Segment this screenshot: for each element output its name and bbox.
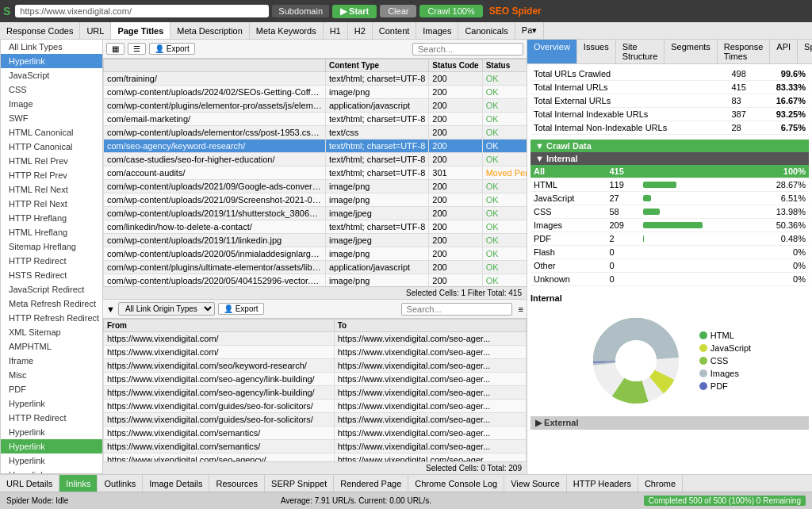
menu-pdf[interactable]: PDF bbox=[1, 382, 102, 396]
table-row[interactable]: https://www.vixendigital.com/seo/keyword… bbox=[104, 359, 527, 373]
start-button[interactable]: ▶ Start bbox=[332, 5, 377, 18]
tab-url-details[interactable]: URL Details bbox=[0, 475, 59, 492]
menu-hyperlink2[interactable]: Hyperlink bbox=[1, 396, 102, 411]
tab-rendered-page[interactable]: Rendered Page bbox=[334, 475, 408, 492]
table-row[interactable]: com/wp-content/plugins/elementor-pro/ass… bbox=[104, 99, 527, 113]
tab-api[interactable]: API bbox=[770, 40, 798, 63]
external-header[interactable]: ▶ External bbox=[530, 416, 809, 430]
table-row[interactable]: https://www.vixendigital.com/guides/seo-… bbox=[104, 413, 527, 427]
tab-pa[interactable]: Pa▾ bbox=[515, 22, 544, 39]
subdomain-button[interactable]: Subdomain bbox=[272, 5, 329, 17]
menu-hyperlink4[interactable]: Hyperlink bbox=[1, 439, 102, 454]
table-row[interactable]: com/seo-agency/keyword-research/ text/ht… bbox=[104, 140, 527, 153]
tab-inlinks[interactable]: Inlinks bbox=[59, 475, 98, 492]
table-row[interactable]: https://www.vixendigital.com/semantics/ … bbox=[104, 427, 527, 440]
menu-amphtml[interactable]: AMPHTML bbox=[1, 339, 102, 354]
tab-view-source[interactable]: View Source bbox=[504, 475, 567, 492]
tab-http-headers[interactable]: HTTP Headers bbox=[567, 475, 638, 492]
list-view-button[interactable]: ☰ bbox=[128, 43, 146, 55]
tab-serp-snippet[interactable]: SERP Snippet bbox=[265, 475, 334, 492]
table-row[interactable]: com/wp-content/uploads/2019/11/linkedin.… bbox=[104, 234, 527, 247]
clear-button[interactable]: Clear bbox=[380, 5, 416, 17]
menu-hsts-redirect[interactable]: HSTS Redirect bbox=[1, 268, 102, 282]
tab-spelling[interactable]: Spelli... bbox=[798, 40, 812, 63]
table-row[interactable]: com/wp-content/uploads/2024/02/SEOs-Gett… bbox=[104, 86, 527, 99]
table-row[interactable]: com/linkedin/how-to-delete-a-contact/ te… bbox=[104, 220, 527, 234]
menu-xml-sitemap[interactable]: XML Sitemap bbox=[1, 325, 102, 339]
table-row[interactable]: com/account-audits/ text/html; charset=U… bbox=[104, 166, 527, 180]
tab-image-details[interactable]: Image Details bbox=[143, 475, 209, 492]
menu-html-canonical[interactable]: HTML Canonical bbox=[1, 125, 102, 140]
table-row[interactable]: https://www.vixendigital.com/seo-agency/… bbox=[104, 454, 527, 462]
menu-meta-refresh-redirect[interactable]: Meta Refresh Redirect bbox=[1, 297, 102, 311]
tab-issues[interactable]: Issues bbox=[577, 40, 616, 63]
menu-http-rel-next[interactable]: HTTP Rel Next bbox=[1, 197, 102, 211]
tab-response-codes[interactable]: Response Codes bbox=[0, 22, 80, 39]
menu-html-rel-prev[interactable]: HTML Rel Prev bbox=[1, 154, 102, 168]
tab-url[interactable]: URL bbox=[80, 22, 111, 39]
menu-javascript-redirect[interactable]: JavaScript Redirect bbox=[1, 282, 102, 297]
tab-chrome-console-log[interactable]: Chrome Console Log bbox=[408, 475, 504, 492]
tab-response-times[interactable]: Response Times bbox=[718, 40, 771, 63]
grid-view-button[interactable]: ▦ bbox=[106, 43, 124, 55]
menu-http-hreflang[interactable]: HTTP Hreflang bbox=[1, 211, 102, 225]
tab-h2[interactable]: H2 bbox=[348, 22, 373, 39]
table-row[interactable]: https://www.vixendigital.com/guides/seo-… bbox=[104, 400, 527, 413]
menu-hyperlink3[interactable]: Hyperlink bbox=[1, 425, 102, 439]
table-row[interactable]: com/case-studies/seo-for-higher-educatio… bbox=[104, 153, 527, 166]
tab-images[interactable]: Images bbox=[416, 22, 458, 39]
table-row[interactable]: com/wp-content/uploads/2021/09/Google-ad… bbox=[104, 180, 527, 193]
tab-canonicals[interactable]: Canonicals bbox=[458, 22, 515, 39]
menu-http-refresh-redirect[interactable]: HTTP Refresh Redirect bbox=[1, 311, 102, 325]
tab-chrome[interactable]: Chrome bbox=[638, 475, 683, 492]
table-row[interactable]: https://www.vixendigital.com/seo-agency/… bbox=[104, 386, 527, 400]
url-bar[interactable]: https://www.vixendigital.com/ bbox=[15, 5, 269, 17]
menu-iframe[interactable]: Iframe bbox=[1, 354, 102, 368]
tab-outlinks[interactable]: Outlinks bbox=[98, 475, 143, 492]
table-row[interactable]: com/wp-content/uploads/2020/05/404152996… bbox=[104, 274, 527, 287]
menu-html-rel-next[interactable]: HTML Rel Next bbox=[1, 182, 102, 197]
menu-misc[interactable]: Misc bbox=[1, 368, 102, 382]
menu-image[interactable]: Image bbox=[1, 97, 102, 111]
top-search-input[interactable] bbox=[412, 43, 523, 55]
menu-http-canonical[interactable]: HTTP Canonical bbox=[1, 140, 102, 154]
menu-hyperlink6[interactable]: Hyperlink bbox=[1, 468, 102, 474]
tab-h1[interactable]: H1 bbox=[324, 22, 348, 39]
table-row[interactable]: com/wp-content/plugins/ultimate-elemento… bbox=[104, 261, 527, 274]
table-row[interactable]: https://www.vixendigital.com/ https://ww… bbox=[104, 346, 527, 359]
tab-content[interactable]: Content bbox=[373, 22, 417, 39]
crawl-data-header[interactable]: ▼ Crawl Data bbox=[530, 140, 809, 152]
menu-sitemap-hreflang[interactable]: Sitemap Hreflang bbox=[1, 239, 102, 254]
link-origin-filter[interactable]: All Link Origin Types bbox=[118, 302, 215, 316]
menu-http-redirect2[interactable]: HTTP Redirect bbox=[1, 411, 102, 425]
menu-all-link-types[interactable]: All Link Types bbox=[1, 40, 102, 54]
export-button[interactable]: 👤 Export bbox=[149, 43, 195, 55]
menu-javascript[interactable]: JavaScript bbox=[1, 68, 102, 82]
menu-http-rel-prev[interactable]: HTTP Rel Prev bbox=[1, 168, 102, 182]
table-row[interactable]: https://www.vixendigital.com/semantics/ … bbox=[104, 440, 527, 454]
tab-overview[interactable]: Overview bbox=[527, 40, 577, 63]
tab-meta-description[interactable]: Meta Description bbox=[170, 22, 250, 39]
table-row[interactable]: com/wp-content/uploads/2019/11/shutterst… bbox=[104, 207, 527, 220]
bottom-export-button[interactable]: 👤 Export bbox=[218, 303, 264, 315]
tab-segments[interactable]: Segments bbox=[665, 40, 718, 63]
table-row[interactable]: https://www.vixendigital.com/seo-agency/… bbox=[104, 373, 527, 386]
tab-page-titles[interactable]: Page Titles bbox=[111, 22, 170, 39]
tab-meta-keywords[interactable]: Meta Keywords bbox=[250, 22, 324, 39]
table-row[interactable]: com/training/ text/html; charset=UTF-8 2… bbox=[104, 72, 527, 86]
table-row[interactable]: com/email-marketing/ text/html; charset=… bbox=[104, 113, 527, 126]
menu-css[interactable]: CSS bbox=[1, 82, 102, 97]
bottom-search-input[interactable] bbox=[401, 303, 512, 316]
menu-swf[interactable]: SWF bbox=[1, 111, 102, 125]
menu-hyperlink5[interactable]: Hyperlink bbox=[1, 454, 102, 468]
table-row[interactable]: com/wp-content/uploads/elementor/css/pos… bbox=[104, 126, 527, 140]
table-row[interactable]: com/wp-content/uploads/2021/09/Screensho… bbox=[104, 193, 527, 207]
menu-http-redirect[interactable]: HTTP Redirect bbox=[1, 254, 102, 268]
tab-site-structure[interactable]: Site Structure bbox=[616, 40, 665, 63]
menu-hyperlink[interactable]: Hyperlink bbox=[1, 54, 102, 68]
table-row[interactable]: com/wp-content/uploads/2020/05/inmialadd… bbox=[104, 247, 527, 261]
table-row[interactable]: https://www.vixendigital.com/ https://ww… bbox=[104, 332, 527, 346]
tab-resources[interactable]: Resources bbox=[209, 475, 265, 492]
menu-html-hreflang[interactable]: HTML Hreflang bbox=[1, 225, 102, 239]
internal-header[interactable]: ▼ Internal bbox=[530, 152, 809, 165]
